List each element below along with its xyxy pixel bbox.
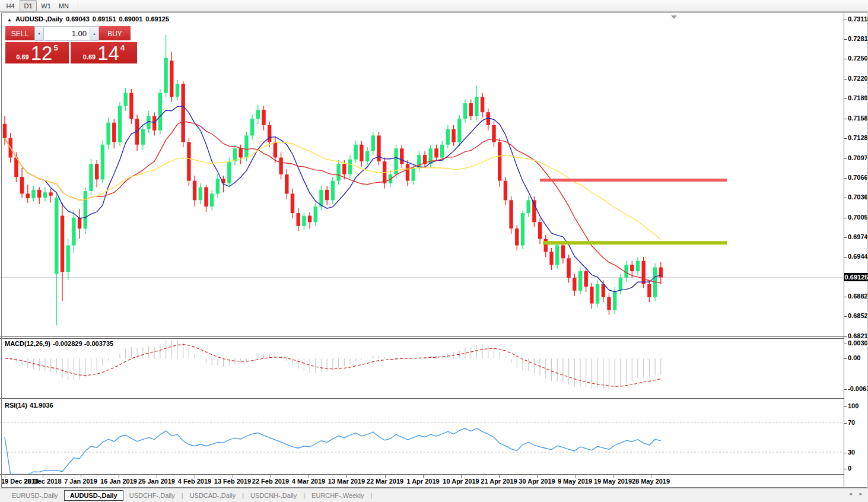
volume-input[interactable] [44,26,90,41]
chart-tab-usdchf[interactable]: USDCHF-,Daily [123,490,181,501]
sell-button[interactable]: SELL [5,26,34,41]
macd-label-row: MACD(12,26,9)-0.002829 -0.003735 [5,340,116,347]
sell-price-display[interactable]: 0.69125 [5,42,69,63]
tab-separator: | [242,492,244,499]
timeframe-toolbar: H4 D1 W1 MN [0,0,868,12]
price-axis-label: 0.68825 [848,293,868,300]
price-axis-label: 0.70970 [848,154,868,161]
date-axis-label: 10 Apr 2019 [443,478,479,485]
axis-tick [844,336,847,337]
ohlc-close: 0.69125 [145,15,169,23]
date-axis-label: 28 Dec 2018 [24,478,62,485]
volume-increase-button[interactable]: ▲ [90,26,99,41]
date-axis-label: 9 May 2019 [558,478,592,485]
buy-button[interactable]: BUY [99,26,131,41]
ohlc-high: 0.69151 [93,15,116,23]
tab-separator: | [371,492,373,499]
price-axis-label: 0.71890 [848,94,868,101]
trading-platform-window: H4 D1 W1 MN ▲AUDUSD-,Daily0.690430.69151… [0,0,868,502]
rsi-axis-label: 100 [848,402,859,409]
date-axis[interactable]: 19 Dec 201828 Dec 20187 Jan 201916 Jan 2… [0,475,844,487]
axis-tick [844,119,847,119]
axis-tick [844,453,847,453]
scroll-tabs-left-icon[interactable]: ◄ [848,491,853,497]
rsi-panel-canvas[interactable] [0,400,844,475]
date-axis-label: 25 Jan 2019 [138,478,175,485]
chart-tab-usdcnh[interactable]: USDCNH-,Daily [244,490,303,501]
chart-tab-audusd[interactable]: AUDUSD-,Daily [64,490,123,501]
axis-tick [844,344,847,344]
rsi-axis-label: 70 [848,419,855,426]
timeframe-button-h4[interactable]: H4 [2,0,19,12]
axis-tick [844,237,847,238]
price-axis-label: 0.70050 [848,214,868,221]
chart-tab-eurchf[interactable]: EURCHF-,Weekly [306,490,370,501]
timeframe-button-d1[interactable]: D1 [20,0,37,12]
axis-tick [844,59,847,59]
axis-tick [844,178,847,179]
price-axis-label: 0.68520 [848,312,868,319]
chart-tab-bar: EURUSD-,DailyAUDUSD-,DailyUSDCHF-,Daily|… [0,488,868,502]
price-axis-label: 0.71280 [848,134,868,141]
tab-scrollers: ◄ ► [848,491,863,497]
current-price-tag: 0.69125 [844,273,868,281]
axis-tick [844,138,847,139]
chart-tab-usdcad[interactable]: USDCAD-,Daily [184,490,242,501]
chart-symbol-title: AUDUSD-,Daily [15,15,63,23]
date-axis-label: 28 May 2019 [632,478,670,485]
axis-tick [844,99,847,99]
tab-separator: | [303,492,305,499]
axis-tick [844,297,847,297]
triangle-down-icon: ▼ [37,32,41,36]
axis-tick [844,20,847,20]
date-axis-label: 19 May 2019 [594,478,632,485]
price-axis-label: 0.69440 [848,253,868,260]
collapse-panel-icon[interactable]: ▲ [7,17,12,23]
axis-tick [844,469,847,469]
rsi-indicator-value: 41.9036 [30,402,53,409]
scroll-tabs-right-icon[interactable]: ► [859,491,863,497]
price-axis-label: 0.68210 [848,332,868,339]
volume-decrease-button[interactable]: ▼ [34,26,44,41]
price-axis-label: 0.73115 [848,15,868,23]
axis-tick [844,423,847,424]
axis-tick [844,406,847,407]
macd-indicator-label: MACD(12,26,9) [5,340,50,347]
buy-price-big: 14 [97,43,119,63]
macd-panel-canvas[interactable] [0,338,844,399]
date-axis-label: 30 Apr 2019 [519,478,555,485]
rsi-axis-label: 30 [848,449,855,456]
timeframe-button-w1[interactable]: W1 [37,0,55,12]
date-axis-label: 4 Mar 2019 [292,478,325,485]
ohlc-low: 0.69001 [119,15,143,23]
axis-tick [844,358,847,359]
price-axis-label: 0.69745 [848,233,868,240]
date-axis-label: 1 Apr 2019 [406,478,439,485]
buy-price-display[interactable]: 0.69144 [71,42,137,63]
axis-tick [844,158,847,159]
chart-tab-eurusd[interactable]: EURUSD-,Daily [6,490,64,501]
macd-indicator-values: -0.002829 -0.003735 [53,340,113,347]
buy-price-prefix: 0.69 [83,53,96,61]
price-axis-label: 0.70360 [848,193,868,201]
price-axis-rail[interactable]: 0.731150.728100.725050.722000.718900.715… [844,12,868,487]
macd-axis-label: -0.006311 [848,385,868,392]
timeframe-button-mn[interactable]: MN [55,0,72,12]
macd-axis-label: 0.00 [848,354,860,361]
axis-tick [844,316,847,317]
axis-tick [844,39,847,40]
toolbar-separator [78,1,79,11]
price-axis-label: 0.72505 [848,55,868,62]
date-axis-label: 13 Feb 2019 [214,478,251,485]
macd-axis-label: 0.003035 [848,339,868,347]
triangle-up-icon: ▲ [93,32,96,36]
chart-title-bar: ▲AUDUSD-,Daily0.690430.691510.690010.691… [7,15,172,23]
axis-tick [844,389,847,390]
axis-tick [844,257,847,258]
rsi-axis-label: 0 [848,465,851,472]
sell-price-prefix: 0.69 [16,53,28,61]
buy-price-pipette: 4 [120,43,125,52]
sell-price-pipette: 5 [53,43,58,52]
date-axis-label: 7 Jan 2019 [64,478,97,485]
axis-tick [844,79,847,80]
